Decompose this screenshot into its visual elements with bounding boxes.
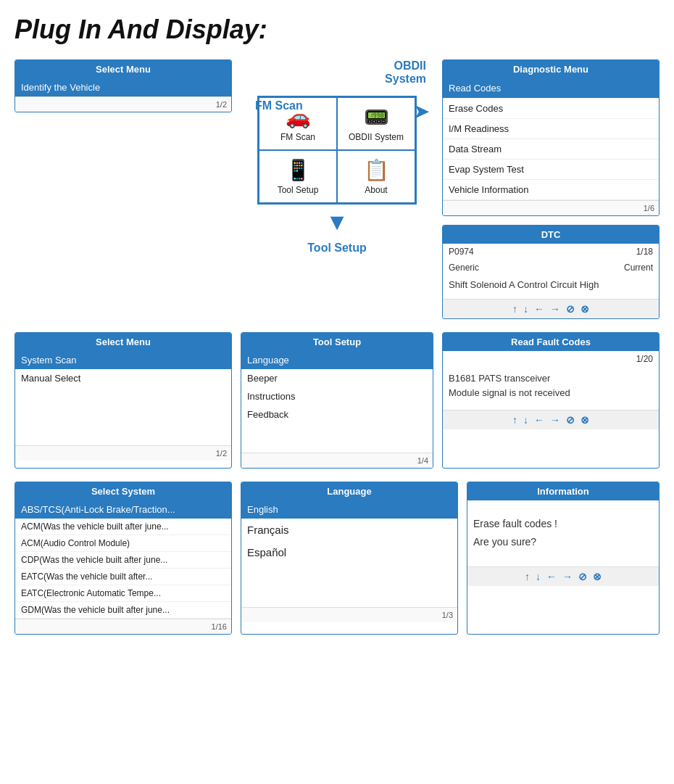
about-cell[interactable]: 📋 About [337, 150, 415, 203]
nav-ok-btn[interactable]: ⊘ [566, 303, 575, 315]
fm-scan-label: FM Scan [255, 99, 303, 112]
tool-setup-header: Tool Setup [241, 333, 433, 351]
dtc-description: Shift Solenoid A Control Circuit High [443, 276, 659, 299]
identify-vehicle-item[interactable]: Identify the Vehicle [15, 78, 231, 96]
nav-cancel-btn[interactable]: ⊗ [581, 303, 589, 315]
acm-item-1[interactable]: ACM(Was the vehicle built after june... [15, 519, 231, 535]
dtc-header: DTC [443, 226, 659, 244]
arrow-obdii-icon: ➤ [413, 99, 430, 123]
language-header: Language [241, 482, 457, 500]
diagnostic-menu-footer: 1/6 [443, 200, 659, 215]
fault-nav-up-btn[interactable]: ↑ [512, 414, 517, 426]
vehicle-information-item[interactable]: Vehicle Information [443, 180, 659, 200]
fault-counter: 1/20 [443, 351, 659, 367]
info-nav-ok-btn[interactable]: ⊘ [578, 571, 587, 582]
diagnostic-menu-header: Diagnostic Menu [443, 60, 659, 78]
obdii-icon: 📟 [364, 105, 389, 129]
read-codes-item[interactable]: Read Codes [443, 78, 659, 99]
eatc-item-2[interactable]: EATC(Electronic Automatic Tempe... [15, 585, 231, 602]
fault-nav-cancel-btn[interactable]: ⊗ [581, 414, 589, 426]
evap-system-item[interactable]: Evap System Test [443, 160, 659, 180]
dtc-code-row: P0974 1/18 [443, 244, 659, 260]
language-footer: 1/3 [241, 607, 457, 622]
fault-nav-down-btn[interactable]: ↓ [523, 414, 528, 426]
read-fault-header: Read Fault Codes [443, 333, 659, 351]
read-fault-panel: Read Fault Codes 1/20 B1681 PATS transce… [442, 332, 660, 469]
fm-scan-cell-label: FM Scan [280, 132, 315, 142]
nav-down-btn[interactable]: ↓ [523, 303, 528, 315]
main-layout: Select Menu Identify the Vehicle 1/2 FM … [14, 59, 660, 635]
info-nav-up-btn[interactable]: ↑ [525, 571, 530, 582]
system-scan-item[interactable]: System Scan [15, 351, 231, 369]
info-nav-bar: ↑ ↓ ← → ⊘ ⊗ [467, 566, 659, 586]
nav-right-btn[interactable]: → [550, 303, 560, 315]
nav-left-btn[interactable]: ← [534, 303, 544, 315]
fault-nav-bar: ↑ ↓ ← → ⊘ ⊗ [443, 410, 659, 429]
info-nav-cancel-btn[interactable]: ⊗ [593, 571, 602, 582]
tool-setup-cell[interactable]: 📱 Tool Setup [259, 150, 337, 203]
feedback-item[interactable]: Feedback [241, 405, 433, 424]
data-stream-item[interactable]: Data Stream [443, 139, 659, 160]
select-menu-footer-row2: 1/2 [15, 445, 231, 461]
dtc-panel: DTC P0974 1/18 Generic Current Shift Sol… [442, 225, 660, 319]
instructions-item[interactable]: Instructions [241, 387, 433, 405]
im-readiness-item[interactable]: I/M Readiness [443, 119, 659, 139]
dtc-nav-bar: ↑ ↓ ← → ⊘ ⊗ [443, 299, 659, 318]
tool-setup-label: Tool Setup [307, 242, 366, 255]
about-icon: 📋 [364, 158, 389, 182]
row2: Select Menu System Scan Manual Select 1/… [14, 332, 660, 469]
tool-setup-cell-label: Tool Setup [278, 185, 319, 195]
tool-setup-footer: 1/4 [241, 453, 433, 468]
right-column-row1: Diagnostic Menu Read Codes Erase Codes I… [442, 59, 660, 319]
fault-desc-text: Module signal is not received [449, 386, 653, 400]
beeper-item[interactable]: Beeper [241, 369, 433, 387]
acm-item-2[interactable]: ACM(Audio Control Module) [15, 535, 231, 552]
information-panel: Information Erase fault codes ! Are you … [467, 482, 660, 635]
francais-item[interactable]: Français [241, 519, 457, 541]
select-system-footer: 1/16 [15, 619, 231, 634]
dtc-code: P0974 [449, 247, 474, 257]
information-description: Erase fault codes ! Are you sure? [467, 500, 659, 566]
select-menu-header-row1: Select Menu [15, 60, 231, 78]
manual-select-item[interactable]: Manual Select [15, 369, 231, 387]
fault-description: B1681 PATS transceiver Module signal is … [443, 367, 659, 410]
cdp-item[interactable]: CDP(Was the vehicle built after june... [15, 552, 231, 569]
obdii-cell-label: OBDII System [349, 132, 404, 142]
espanol-item[interactable]: Español [241, 541, 457, 564]
info-nav-left-btn[interactable]: ← [546, 571, 557, 582]
gdm-item[interactable]: GDM(Was the vehicle built after june... [15, 602, 231, 619]
tool-setup-panel: Tool Setup Language Beeper Instructions … [241, 332, 433, 469]
erase-codes-item[interactable]: Erase Codes [443, 99, 659, 119]
language-item[interactable]: Language [241, 351, 433, 369]
diagnostic-menu-panel: Diagnostic Menu Read Codes Erase Codes I… [442, 59, 660, 216]
fault-nav-right-btn[interactable]: → [550, 414, 560, 426]
dtc-counter: 1/18 [636, 247, 653, 257]
select-menu-panel-row1: Select Menu Identify the Vehicle 1/2 [14, 59, 232, 112]
info-line1: Erase fault codes ! [473, 515, 653, 533]
page-title: Plug In And Display: [14, 15, 660, 45]
row1: Select Menu Identify the Vehicle 1/2 FM … [14, 59, 660, 319]
dtc-type-right: Current [624, 263, 653, 273]
arrow-down-icon: ▼ [325, 209, 349, 236]
fault-nav-left-btn[interactable]: ← [534, 414, 544, 426]
nav-up-btn[interactable]: ↑ [512, 303, 517, 315]
about-cell-label: About [365, 185, 387, 195]
info-nav-down-btn[interactable]: ↓ [536, 571, 541, 582]
tool-setup-icon: 📱 [286, 158, 311, 182]
select-menu-footer-row1: 1/2 [15, 96, 231, 112]
select-menu-panel-row2: Select Menu System Scan Manual Select 1/… [14, 332, 232, 469]
eatc-item-1[interactable]: EATC(Was the vehicle built after... [15, 569, 231, 585]
information-header: Information [467, 482, 659, 500]
obdii-label: OBDIISystem [385, 59, 426, 86]
info-nav-right-btn[interactable]: → [562, 571, 573, 582]
english-item[interactable]: English [241, 500, 457, 519]
select-menu-header-row2: Select Menu [15, 333, 231, 351]
select-system-header: Select System [15, 482, 231, 500]
fault-nav-ok-btn[interactable]: ⊘ [566, 414, 575, 426]
dtc-type: Generic [449, 263, 479, 273]
obdii-cell[interactable]: 📟 OBDII System [337, 97, 415, 150]
row3: Select System ABS/TCS(Anti-Lock Brake/Tr… [14, 482, 660, 635]
fault-code: B1681 PATS transceiver [449, 371, 653, 386]
info-line2: Are you sure? [473, 533, 653, 551]
abs-tcs-item[interactable]: ABS/TCS(Anti-Lock Brake/Traction... [15, 500, 231, 519]
